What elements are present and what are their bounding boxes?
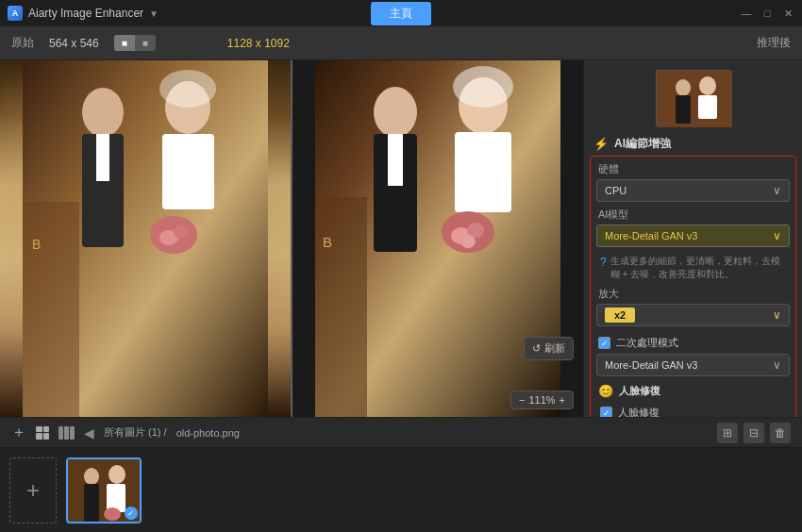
file-name: old-photo.png — [176, 427, 240, 439]
scale-select[interactable]: x2 ∨ — [596, 304, 790, 326]
close-button[interactable]: ✕ — [781, 7, 794, 20]
maximize-button[interactable]: □ — [760, 7, 774, 20]
image-divider[interactable] — [291, 60, 292, 417]
enhanced-photo: B — [292, 60, 583, 417]
face-restore-section: 😊 人臉修復 人臉修復 精緻融合 ∨ — [596, 380, 790, 417]
ai-section-title: AI編節增強 — [614, 136, 671, 152]
svg-text:B: B — [32, 237, 41, 252]
app-title: Aiarty Image Enhancer — [28, 7, 143, 20]
zoom-minus[interactable]: − — [519, 394, 525, 406]
ai-model-label: AI模型 — [596, 208, 790, 222]
svg-point-14 — [374, 87, 417, 138]
title-bar-left: A Aiarty Image Enhancer ▼ — [8, 6, 159, 21]
model-description: ? 生成更多的細節，更清晰，更粒料，去模糊 + 去噪，改善亮度和對比。 — [596, 253, 790, 287]
image-area: B — [0, 60, 583, 417]
ai-model-select[interactable]: More-Detail GAN v3 ∨ — [596, 224, 790, 247]
filmstrip-add-button[interactable]: + — [9, 457, 57, 524]
model-desc-text: 生成更多的細節，更清晰，更粒料，去模糊 + 去噪，改善亮度和對比。 — [610, 255, 786, 281]
svg-text:B: B — [323, 234, 332, 250]
process-label: 推理後 — [757, 35, 791, 51]
hardware-chevron: ∨ — [773, 184, 781, 197]
svg-point-2 — [82, 88, 124, 137]
preview-thumbnail — [656, 70, 731, 126]
thumb-svg — [657, 71, 732, 127]
toggle-left[interactable]: ■ — [114, 35, 135, 51]
bottom-icon-1[interactable]: ⊞ — [717, 423, 738, 443]
svg-rect-18 — [455, 132, 511, 212]
svg-point-29 — [699, 76, 716, 95]
svg-rect-33 — [84, 484, 99, 522]
zoom-indicator: − 111% + — [510, 391, 574, 409]
ai-section-header: ⚡ AI編節增強 — [584, 130, 802, 156]
secondary-model-value: More-Detail GAN v3 — [605, 359, 697, 371]
svg-rect-4 — [96, 134, 109, 181]
face-repair-checkbox[interactable] — [600, 407, 612, 417]
secondary-process-row: 二次處理模式 — [596, 332, 790, 354]
svg-point-7 — [159, 70, 216, 108]
right-panel: ⚡ AI編節增強 硬體 CPU ∨ AI模型 More-Detail GAN v… — [583, 60, 802, 417]
zoom-plus[interactable]: + — [560, 394, 565, 406]
list-view-button[interactable] — [58, 426, 75, 440]
view-toggle[interactable]: ■ ■ — [114, 35, 156, 51]
app-icon: A — [8, 6, 23, 21]
svg-point-10 — [174, 225, 189, 239]
thumb-checkmark: ✓ — [125, 507, 138, 520]
svg-rect-24 — [315, 197, 367, 417]
nav-prev[interactable]: ◀ — [84, 425, 94, 441]
secondary-process-label: 二次處理模式 — [616, 336, 678, 350]
face-repair-row: 人臉修復 — [598, 402, 788, 417]
svg-point-34 — [109, 465, 125, 484]
svg-point-36 — [104, 507, 121, 521]
filmstrip: + ✓ — [0, 447, 802, 532]
photo-svg-enhanced: B — [292, 60, 583, 417]
rotate-button[interactable]: ↺ 刷新 — [524, 337, 574, 360]
svg-rect-26 — [657, 71, 732, 127]
svg-rect-11 — [23, 202, 79, 417]
grid-view-button[interactable] — [36, 426, 49, 440]
toolbar: 原始 564 x 546 ■ ■ 1128 x 1092 推理後 — [0, 26, 802, 60]
svg-point-32 — [84, 468, 99, 485]
minimize-button[interactable]: — — [740, 7, 753, 20]
info-icon: ? — [600, 255, 607, 281]
photo-svg-original: B — [0, 60, 291, 417]
face-repair-label: 人臉修復 — [618, 406, 660, 417]
main-tab[interactable]: 主頁 — [371, 2, 431, 25]
dropdown-icon[interactable]: ▼ — [149, 8, 159, 19]
secondary-chevron: ∨ — [773, 358, 781, 372]
original-label: 原始 — [11, 35, 34, 51]
ai-model-value: More-Detail GAN v3 — [605, 230, 697, 241]
bottom-bar: ＋ 添加 ◀ 所有圖片 (1) / old-photo.png ⊞ ⊟ 🗑 — [0, 417, 802, 447]
secondary-process-checkbox[interactable] — [598, 337, 610, 349]
svg-point-27 — [676, 79, 691, 96]
bottom-right: ⊞ ⊟ 🗑 — [717, 423, 791, 443]
window-controls: — □ ✕ — [740, 7, 794, 20]
refresh-icon: ↺ — [532, 342, 541, 355]
enhanced-image: B — [292, 60, 583, 417]
scale-value: x2 — [605, 308, 635, 323]
bottom-icon-2[interactable]: ⊟ — [744, 423, 764, 443]
secondary-model-select[interactable]: More-Detail GAN v3 ∨ — [596, 354, 790, 376]
image-size: 564 x 546 — [49, 37, 99, 50]
scale-label: 放大 — [596, 287, 790, 301]
hardware-value: CPU — [605, 185, 627, 196]
hardware-select[interactable]: CPU ∨ — [596, 179, 790, 202]
title-bar-center: 主頁 — [371, 2, 431, 25]
svg-rect-16 — [388, 134, 403, 186]
title-bar: A Aiarty Image Enhancer ▼ 主頁 — □ ✕ — [0, 0, 802, 26]
face-restore-header: 😊 人臉修復 — [598, 380, 788, 402]
add-button[interactable]: ＋ — [11, 423, 26, 442]
filmstrip-item[interactable]: ✓ — [66, 457, 142, 524]
original-photo: B — [0, 60, 291, 417]
svg-rect-28 — [676, 95, 691, 124]
toggle-right[interactable]: ■ — [135, 35, 156, 51]
face-icon: 😊 — [598, 384, 613, 398]
svg-point-23 — [460, 235, 476, 248]
ai-model-chevron: ∨ — [773, 229, 781, 242]
ai-panel: 硬體 CPU ∨ AI模型 More-Detail GAN v3 ∨ ? 生成更… — [590, 156, 796, 417]
hardware-label: 硬體 — [596, 162, 790, 176]
svg-rect-30 — [698, 95, 717, 119]
face-restore-title: 人臉修復 — [619, 384, 660, 398]
zoom-value: 111% — [528, 394, 555, 406]
delete-button[interactable]: 🗑 — [770, 423, 791, 443]
nav-all: 所有圖片 (1) / — [104, 425, 167, 440]
